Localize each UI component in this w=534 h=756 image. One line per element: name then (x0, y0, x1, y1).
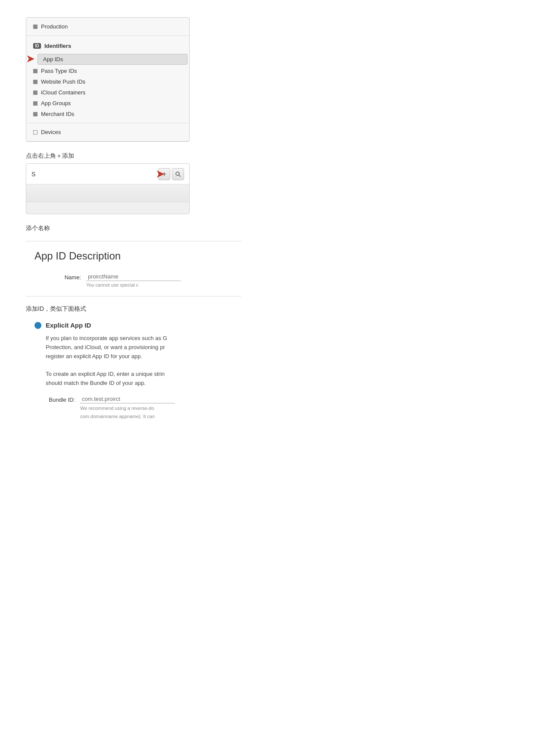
production-label: Production (41, 23, 68, 30)
instruction-step2: 添个名称 (26, 225, 508, 232)
name-field-wrap: You cannot use special c (86, 272, 181, 287)
toolbar-panel: S ➤ + (26, 163, 190, 214)
website-push-icon (33, 80, 37, 84)
bundle-field-wrap: We recommend using a reverse-do com.doma… (80, 395, 175, 420)
app-id-description-title: App ID Description (26, 250, 508, 262)
icloud-label: iCloud Containers (41, 89, 85, 96)
explicit-body-line3: register an explicit App ID for your app… (46, 352, 224, 361)
instruction-step3: 添加ID，类似下面格式 (26, 305, 508, 313)
instruction-step1: 点击右上角＋添加 (26, 152, 508, 160)
bundle-hint-2: com.domainname.appname). It can (80, 413, 175, 420)
merchant-icon (33, 112, 37, 116)
name-form-row: Name: You cannot use special c (26, 272, 508, 287)
sidebar-item-website-push-ids[interactable]: Website Push IDs (26, 76, 189, 87)
sidebar-item-devices[interactable]: Devices (26, 127, 189, 137)
production-icon (33, 25, 37, 29)
explicit-app-id-section: Explicit App ID If you plan to incorpora… (26, 322, 508, 420)
arrow-indicator: ➤ (26, 53, 34, 65)
name-label: Name: (52, 272, 86, 281)
name-hint: You cannot use special c (86, 282, 181, 287)
sidebar-item-icloud-containers[interactable]: iCloud Containers (26, 87, 189, 98)
explicit-body-line6: should match the Bundle ID of your app. (46, 379, 224, 388)
app-id-description-section: App ID Description Name: You cannot use … (26, 250, 508, 287)
website-push-label: Website Push IDs (41, 78, 85, 85)
pass-type-label: Pass Type IDs (41, 68, 77, 74)
explicit-title-row: Explicit App ID (34, 322, 508, 329)
sidebar-section-production: Production (26, 18, 189, 36)
sidebar-item-app-ids[interactable]: App IDs (37, 54, 187, 65)
bundle-hint-1: We recommend using a reverse-do (80, 405, 175, 412)
app-ids-label: App IDs (43, 56, 63, 62)
toolbar-arrow: ➤ (156, 167, 165, 181)
pass-type-icon (33, 69, 37, 73)
sidebar-item-production[interactable]: Production (26, 21, 189, 32)
section-divider-1 (26, 241, 241, 241)
identifiers-header: ID Identifiers (26, 39, 189, 53)
app-groups-icon (33, 101, 37, 106)
name-input[interactable] (86, 272, 181, 281)
bundle-label: Bundle ID: (46, 395, 80, 403)
sidebar-item-pass-type-ids[interactable]: Pass Type IDs (26, 66, 189, 76)
app-groups-label: App Groups (41, 100, 71, 106)
merchant-ids-label: Merchant IDs (41, 111, 74, 117)
identifiers-label: Identifiers (44, 43, 71, 49)
bundle-id-row: Bundle ID: We recommend using a reverse-… (34, 395, 508, 420)
sidebar-item-app-groups[interactable]: App Groups (26, 98, 189, 109)
devices-icon (33, 130, 37, 134)
explicit-title: Explicit App ID (46, 322, 91, 329)
bundle-id-input[interactable] (80, 395, 175, 403)
devices-label: Devices (41, 129, 61, 135)
search-button[interactable] (172, 168, 184, 180)
id-badge: ID (33, 43, 41, 49)
explicit-body-line2: Protection, and iCloud, or want a provis… (46, 343, 224, 352)
icloud-icon (33, 91, 37, 95)
sidebar-section-identifiers: ID Identifiers ➤ App IDs Pass Type IDs W… (26, 36, 189, 123)
explicit-body-line1: If you plan to incorporate app services … (46, 334, 224, 343)
toolbar-row: S ➤ + (26, 164, 189, 184)
section-divider-2 (26, 296, 241, 297)
toolbar-label: S (31, 171, 35, 178)
sidebar-section-devices: Devices (26, 123, 189, 141)
toolbar-bottom-bar (26, 202, 189, 214)
svg-point-0 (176, 172, 179, 175)
search-icon (175, 171, 181, 177)
explicit-body: If you plan to incorporate app services … (34, 334, 224, 388)
toolbar-content-area (26, 184, 189, 202)
svg-line-1 (179, 175, 181, 177)
sidebar-panel: Production ID Identifiers ➤ App IDs Pass… (26, 17, 190, 142)
blue-dot-icon (34, 322, 41, 329)
sidebar-item-merchant-ids[interactable]: Merchant IDs (26, 109, 189, 119)
explicit-body-line5: To create an explicit App ID, enter a un… (46, 370, 224, 379)
